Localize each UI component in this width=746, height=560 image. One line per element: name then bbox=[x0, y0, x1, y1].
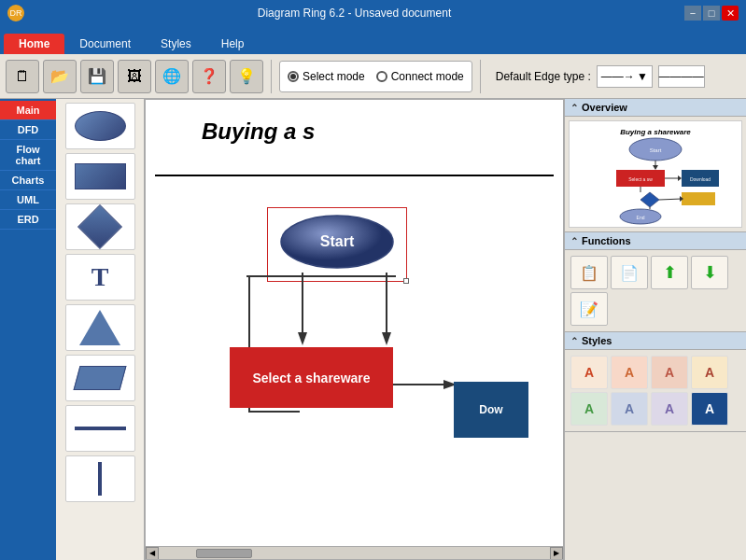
mode-group: Select mode Connect mode bbox=[279, 61, 472, 92]
diagram-title: Buying a s bbox=[202, 119, 315, 145]
app-logo: DR bbox=[7, 5, 24, 21]
svg-text:Buying a shareware: Buying a shareware bbox=[620, 128, 691, 136]
image-button[interactable]: 🖼 bbox=[118, 60, 151, 93]
svg-marker-7 bbox=[382, 332, 391, 345]
sidebar-item-flowchart[interactable]: Flow chart bbox=[0, 140, 56, 171]
sidebar-item-dfd[interactable]: DFD bbox=[0, 120, 56, 140]
edge-line-selector[interactable]: ———— bbox=[658, 65, 705, 88]
style-item-3[interactable]: A bbox=[691, 356, 728, 389]
overview-svg: Buying a shareware Start Select a sw D bbox=[571, 123, 739, 226]
main-layout: Main DFD Flow chart Charts UML ERD T bbox=[0, 99, 746, 560]
help-button[interactable]: ❓ bbox=[192, 60, 226, 93]
functions-collapse-icon[interactable]: ⌃ bbox=[570, 236, 578, 246]
sidebar-item-erd[interactable]: ERD bbox=[0, 210, 56, 230]
svg-marker-3 bbox=[298, 332, 307, 345]
diagram-separator bbox=[155, 175, 554, 176]
style-item-2[interactable]: A bbox=[651, 356, 688, 389]
shape-rectangle[interactable] bbox=[65, 153, 135, 200]
web-button[interactable]: 🌐 bbox=[155, 60, 189, 93]
svg-text:Select a sw: Select a sw bbox=[628, 176, 653, 182]
arrow-down-2 bbox=[377, 273, 396, 347]
styles-header[interactable]: ⌃ Styles bbox=[565, 332, 746, 350]
style-item-7[interactable]: A bbox=[691, 392, 728, 426]
close-button[interactable]: ✕ bbox=[722, 6, 739, 21]
toolbar-separator-2 bbox=[480, 60, 481, 93]
func-upload-btn[interactable]: ⬆ bbox=[651, 256, 688, 289]
horiz-branch-line bbox=[248, 411, 300, 413]
maximize-button[interactable]: □ bbox=[703, 6, 720, 21]
bulb-button[interactable]: 💡 bbox=[230, 60, 263, 93]
sidebar-item-uml[interactable]: UML bbox=[0, 190, 56, 210]
scroll-right-button[interactable]: ▶ bbox=[550, 547, 563, 560]
style-item-5[interactable]: A bbox=[611, 392, 648, 426]
title-bar: DR Diagram Ring 6.2 - Unsaved document −… bbox=[0, 0, 746, 26]
menu-tab-help[interactable]: Help bbox=[206, 34, 260, 54]
func-copy-btn[interactable]: 📋 bbox=[570, 256, 608, 289]
functions-grid: 📋 📄 ⬆ ⬇ 📝 bbox=[565, 250, 746, 331]
svg-rect-24 bbox=[682, 192, 715, 205]
open-button[interactable]: 📂 bbox=[43, 60, 77, 93]
styles-collapse-icon[interactable]: ⌃ bbox=[570, 336, 578, 346]
shape-triangle[interactable] bbox=[65, 304, 135, 351]
menu-tab-styles[interactable]: Styles bbox=[146, 34, 206, 54]
overview-header[interactable]: ⌃ Overview bbox=[565, 99, 746, 117]
canvas-area[interactable]: Buying a s Start bbox=[145, 99, 564, 560]
start-node[interactable]: Start bbox=[276, 212, 398, 273]
sidebar-item-main[interactable]: Main bbox=[0, 101, 56, 120]
title-bar-left: DR bbox=[7, 5, 24, 21]
style-item-1[interactable]: A bbox=[611, 356, 648, 389]
style-item-6[interactable]: A bbox=[651, 392, 688, 426]
functions-header[interactable]: ⌃ Functions bbox=[565, 232, 746, 250]
sidebar-item-charts[interactable]: Charts bbox=[0, 171, 56, 190]
title-bar-title: Diagram Ring 6.2 - Unsaved document bbox=[24, 7, 684, 20]
top-horiz-connector bbox=[246, 274, 396, 278]
edge-type-dropdown[interactable]: ——→ ▼ bbox=[597, 65, 653, 88]
select-node[interactable]: Select a shareware bbox=[230, 347, 393, 408]
overview-section: ⌃ Overview Buying a shareware Start Sele… bbox=[565, 99, 746, 232]
func-download-btn[interactable]: ⬇ bbox=[691, 256, 728, 289]
canvas-content: Buying a s Start bbox=[146, 100, 563, 546]
styles-section: ⌃ Styles A A A A A A A A bbox=[565, 332, 746, 432]
arrow-right-1 bbox=[393, 375, 458, 394]
scroll-track-x[interactable] bbox=[159, 549, 550, 558]
shape-vline[interactable] bbox=[65, 455, 135, 502]
shape-parallelogram[interactable] bbox=[65, 355, 135, 401]
left-sidebar: Main DFD Flow chart Charts UML ERD bbox=[0, 99, 56, 560]
shape-text[interactable]: T bbox=[65, 254, 135, 301]
title-bar-controls: − □ ✕ bbox=[684, 6, 739, 21]
new-button[interactable]: 🗒 bbox=[6, 60, 39, 93]
select-mode-radio[interactable] bbox=[288, 71, 299, 82]
save-button[interactable]: 💾 bbox=[80, 60, 114, 93]
canvas-scrollbar-x[interactable]: ◀ ▶ bbox=[146, 546, 563, 559]
shape-diamond[interactable] bbox=[65, 203, 135, 250]
scroll-left-button[interactable]: ◀ bbox=[146, 547, 159, 560]
func-paste-btn[interactable]: 📄 bbox=[611, 256, 648, 289]
shape-hline[interactable] bbox=[65, 405, 135, 452]
svg-marker-20 bbox=[640, 192, 659, 207]
style-item-0[interactable]: A bbox=[570, 356, 608, 389]
svg-marker-17 bbox=[678, 175, 682, 181]
style-item-4[interactable]: A bbox=[570, 392, 608, 426]
menu-tab-home[interactable]: Home bbox=[4, 34, 64, 54]
styles-grid: A A A A A A A A bbox=[565, 350, 746, 431]
toolbar: 🗒 📂 💾 🖼 🌐 ❓ 💡 Select mode Connect mode D… bbox=[0, 54, 746, 99]
overview-collapse-icon[interactable]: ⌃ bbox=[570, 103, 578, 113]
overview-canvas: Buying a shareware Start Select a sw D bbox=[569, 120, 742, 228]
connect-mode-radio[interactable] bbox=[376, 71, 387, 82]
arrow-down-1 bbox=[293, 273, 312, 347]
scroll-thumb-x[interactable] bbox=[196, 549, 252, 558]
menu-tab-document[interactable]: Document bbox=[64, 34, 146, 54]
func-doc-btn[interactable]: 📝 bbox=[570, 292, 608, 326]
download-node[interactable]: Dow bbox=[454, 382, 528, 438]
svg-text:Start: Start bbox=[650, 147, 662, 153]
shape-ellipse[interactable] bbox=[65, 103, 135, 149]
functions-section: ⌃ Functions 📋 📄 ⬆ ⬇ 📝 bbox=[565, 232, 746, 332]
select-mode-option[interactable]: Select mode bbox=[288, 70, 365, 83]
connect-mode-option[interactable]: Connect mode bbox=[376, 70, 464, 83]
svg-text:Start: Start bbox=[320, 233, 355, 249]
right-panel: ⌃ Overview Buying a shareware Start Sele… bbox=[564, 99, 746, 560]
selection-handle-br[interactable] bbox=[403, 278, 409, 284]
minimize-button[interactable]: − bbox=[684, 6, 701, 21]
svg-line-25 bbox=[659, 199, 682, 200]
menu-bar: Home Document Styles Help bbox=[0, 26, 746, 54]
